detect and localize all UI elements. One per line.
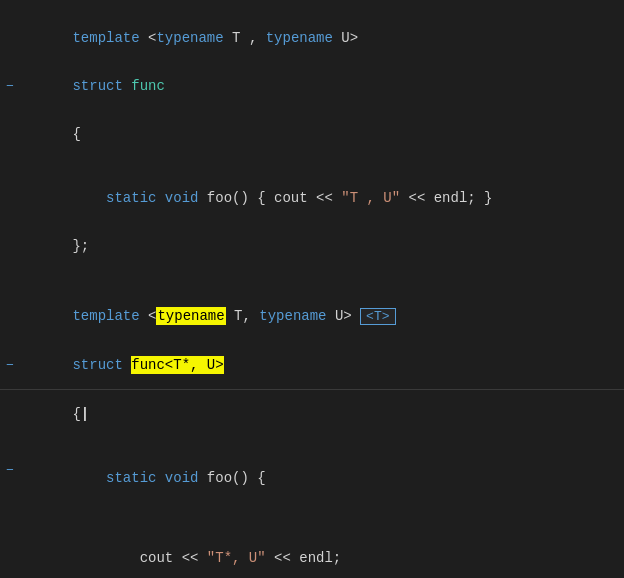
type-func: func [131,78,165,94]
line-content-1: template <typename T , typename U> [18,14,358,62]
code-editor: template <typename T , typename U> − str… [0,10,624,578]
tooltip-t-box: <T> [360,308,395,325]
keyword-typename1: typename [156,30,223,46]
line-content-2: struct func [18,62,165,110]
code-line-7: − struct func<T*, U> [0,341,624,389]
keyword-typename2: typename [266,30,333,46]
line-content-6: template <typename T, typename U> <T> [18,292,396,341]
line-content-5: }; [18,222,89,270]
code-line-6: template <typename T, typename U> <T> [0,292,624,341]
param-t: T , [224,30,266,46]
line-content-9: static void foo() { [18,438,266,502]
code-line-3: { [0,110,624,158]
blank-line-1 [0,270,624,292]
line-content-3: { [18,110,81,158]
code-line-8: {| [0,389,624,438]
gutter-fold-9: − [0,463,18,478]
keyword-struct: struct [72,78,131,94]
code-line-4: static void foo() { cout << "T , U" << e… [0,158,624,222]
line-content-8: {| [18,390,89,438]
cursor: | [81,406,89,422]
code-line-1: template <typename T , typename U> [0,14,624,62]
keyword-template-2: template [72,308,148,324]
code-line-10: cout << "T*, U" << endl; [0,502,624,578]
highlight-func-spec: func<T*, U> [131,356,223,374]
keyword-template: template [72,30,148,46]
code-line-9: − static void foo() { [0,438,624,502]
gutter-fold-7: − [0,358,18,373]
code-line-2: − struct func [0,62,624,110]
param-u: U> [333,30,358,46]
line-content-7: struct func<T*, U> [18,341,224,389]
highlight-typename: typename [156,307,225,325]
line-content-4: static void foo() { cout << "T , U" << e… [18,158,493,222]
code-line-5: }; [0,222,624,270]
line-content-10: cout << "T*, U" << endl; [18,502,341,578]
gutter-fold-2: − [0,79,18,94]
